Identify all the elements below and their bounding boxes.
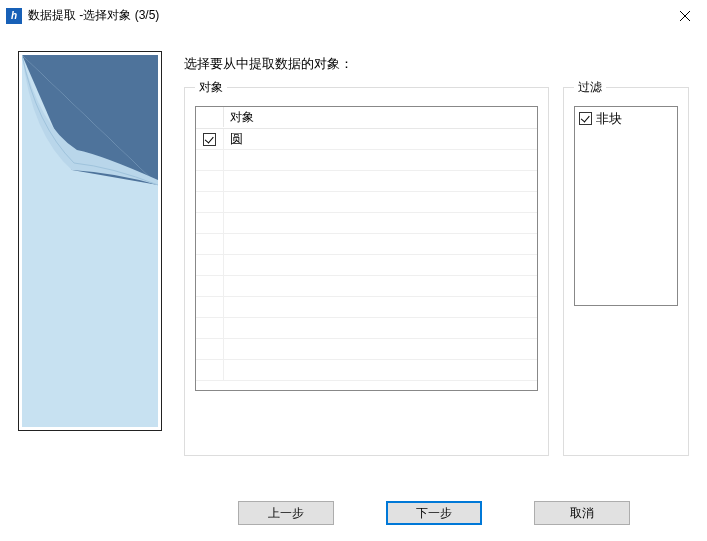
cancel-button[interactable]: 取消 [534, 501, 630, 525]
filter-row-name: 非块 [596, 110, 622, 128]
filter-row-checkbox[interactable] [579, 112, 592, 125]
objects-header-name: 对象 [224, 107, 537, 128]
objects-group: 对象 对象 圆 [184, 79, 549, 456]
wizard-preview [18, 51, 162, 431]
objects-legend: 对象 [195, 79, 227, 96]
filter-group: 过滤 非块 [563, 79, 689, 456]
next-button[interactable]: 下一步 [386, 501, 482, 525]
titlebar: h 数据提取 -选择对象 (3/5) [0, 0, 707, 31]
object-row-name: 圆 [224, 130, 537, 148]
objects-list-header: 对象 [196, 107, 537, 129]
prev-button[interactable]: 上一步 [238, 501, 334, 525]
close-button[interactable] [662, 1, 707, 30]
object-row-checkbox[interactable] [203, 133, 216, 146]
app-icon: h [6, 8, 22, 24]
filter-row[interactable]: 非块 [579, 109, 673, 128]
page-curl-icon [22, 55, 158, 427]
content-area: 选择要从中提取数据的对象： 对象 对象 圆 [0, 31, 707, 541]
filter-list[interactable]: 非块 [574, 106, 678, 306]
window-title: 数据提取 -选择对象 (3/5) [28, 7, 159, 24]
object-row[interactable]: 圆 [196, 129, 537, 150]
filter-legend: 过滤 [574, 79, 606, 96]
wizard-buttons: 上一步 下一步 取消 [0, 501, 707, 525]
objects-list[interactable]: 对象 圆 [195, 106, 538, 391]
instruction-label: 选择要从中提取数据的对象： [184, 55, 689, 73]
close-icon [680, 11, 690, 21]
